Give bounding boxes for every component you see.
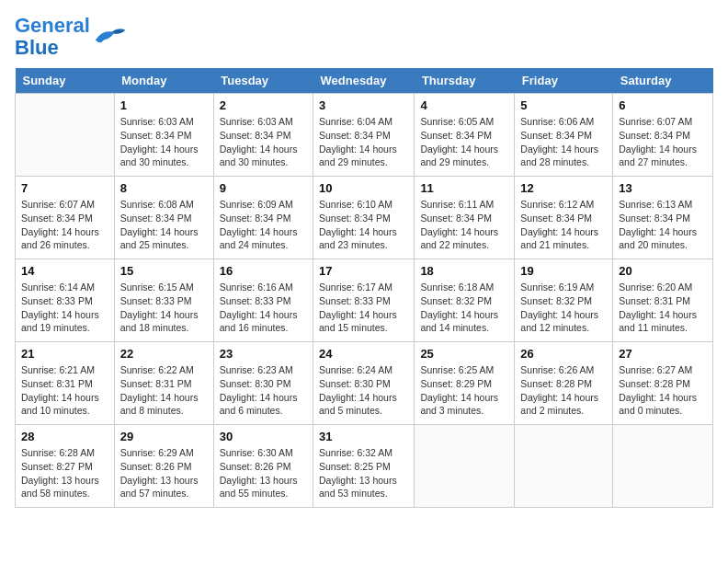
calendar-cell: 9Sunrise: 6:09 AMSunset: 8:34 PMDaylight…	[213, 177, 313, 259]
calendar-cell: 14Sunrise: 6:14 AMSunset: 8:33 PMDayligh…	[16, 259, 115, 342]
day-info: Sunrise: 6:18 AMSunset: 8:32 PMDaylight:…	[420, 281, 508, 335]
calendar-cell: 24Sunrise: 6:24 AMSunset: 8:30 PMDayligh…	[313, 342, 415, 425]
logo: GeneralBlue	[15, 15, 127, 59]
day-info: Sunrise: 6:10 AMSunset: 8:34 PMDaylight:…	[319, 198, 408, 252]
day-info: Sunrise: 6:22 AMSunset: 8:31 PMDaylight:…	[120, 363, 208, 418]
day-number: 31	[319, 430, 408, 443]
day-number: 9	[220, 181, 307, 195]
day-info: Sunrise: 6:19 AMSunset: 8:32 PMDaylight:…	[520, 281, 607, 335]
day-info: Sunrise: 6:17 AMSunset: 8:33 PMDaylight:…	[319, 281, 408, 335]
day-info: Sunrise: 6:21 AMSunset: 8:31 PMDaylight:…	[21, 363, 108, 418]
day-number: 6	[619, 98, 707, 112]
day-info: Sunrise: 6:26 AMSunset: 8:28 PMDaylight:…	[520, 363, 607, 418]
calendar-cell	[415, 425, 515, 508]
day-number: 20	[619, 264, 707, 278]
day-number: 16	[220, 264, 307, 278]
calendar-cell: 30Sunrise: 6:30 AMSunset: 8:26 PMDayligh…	[213, 425, 313, 508]
calendar-cell: 3Sunrise: 6:04 AMSunset: 8:34 PMDaylight…	[313, 94, 415, 177]
day-info: Sunrise: 6:12 AMSunset: 8:34 PMDaylight:…	[520, 198, 607, 252]
day-number: 30	[220, 430, 307, 443]
calendar-cell	[515, 425, 613, 508]
calendar-cell: 12Sunrise: 6:12 AMSunset: 8:34 PMDayligh…	[515, 177, 613, 259]
day-info: Sunrise: 6:06 AMSunset: 8:34 PMDaylight:…	[520, 115, 607, 169]
day-info: Sunrise: 6:23 AMSunset: 8:30 PMDaylight:…	[220, 363, 307, 418]
calendar-cell: 5Sunrise: 6:06 AMSunset: 8:34 PMDaylight…	[515, 94, 613, 177]
day-number: 11	[420, 181, 508, 195]
calendar-cell: 10Sunrise: 6:10 AMSunset: 8:34 PMDayligh…	[313, 177, 415, 259]
day-info: Sunrise: 6:20 AMSunset: 8:31 PMDaylight:…	[619, 281, 707, 335]
day-number: 18	[420, 264, 508, 278]
day-number: 4	[420, 98, 508, 112]
days-header-row: SundayMondayTuesdayWednesdayThursdayFrid…	[16, 68, 713, 94]
day-info: Sunrise: 6:27 AMSunset: 8:28 PMDaylight:…	[619, 363, 707, 418]
day-info: Sunrise: 6:03 AMSunset: 8:34 PMDaylight:…	[120, 115, 208, 169]
day-number: 8	[120, 181, 208, 195]
day-number: 2	[220, 98, 307, 112]
calendar-cell: 25Sunrise: 6:25 AMSunset: 8:29 PMDayligh…	[415, 342, 515, 425]
day-number: 13	[619, 181, 707, 195]
day-header-saturday: Saturday	[613, 68, 713, 94]
day-header-friday: Friday	[515, 68, 613, 94]
logo-bird-icon	[94, 23, 127, 51]
day-header-wednesday: Wednesday	[313, 68, 415, 94]
day-info: Sunrise: 6:15 AMSunset: 8:33 PMDaylight:…	[120, 281, 208, 335]
calendar-cell: 20Sunrise: 6:20 AMSunset: 8:31 PMDayligh…	[613, 259, 713, 342]
calendar-cell: 21Sunrise: 6:21 AMSunset: 8:31 PMDayligh…	[16, 342, 115, 425]
calendar-cell: 6Sunrise: 6:07 AMSunset: 8:34 PMDaylight…	[613, 94, 713, 177]
day-info: Sunrise: 6:05 AMSunset: 8:34 PMDaylight:…	[420, 115, 508, 169]
day-number: 19	[520, 264, 607, 278]
calendar-cell: 13Sunrise: 6:13 AMSunset: 8:34 PMDayligh…	[613, 177, 713, 259]
day-number: 17	[319, 264, 408, 278]
page-header: GeneralBlue	[15, 15, 713, 59]
calendar-cell: 1Sunrise: 6:03 AMSunset: 8:34 PMDaylight…	[114, 94, 213, 177]
calendar-cell: 28Sunrise: 6:28 AMSunset: 8:27 PMDayligh…	[16, 425, 115, 508]
day-info: Sunrise: 6:29 AMSunset: 8:26 PMDaylight:…	[120, 446, 208, 500]
day-info: Sunrise: 6:07 AMSunset: 8:34 PMDaylight:…	[619, 115, 707, 169]
day-number: 14	[21, 264, 108, 278]
day-info: Sunrise: 6:08 AMSunset: 8:34 PMDaylight:…	[120, 198, 208, 252]
calendar-cell: 7Sunrise: 6:07 AMSunset: 8:34 PMDaylight…	[16, 177, 115, 259]
day-number: 1	[120, 98, 208, 112]
day-number: 3	[319, 98, 408, 112]
day-number: 22	[120, 347, 208, 361]
day-number: 28	[21, 430, 108, 443]
day-info: Sunrise: 6:32 AMSunset: 8:25 PMDaylight:…	[319, 446, 408, 500]
calendar-cell: 8Sunrise: 6:08 AMSunset: 8:34 PMDaylight…	[114, 177, 213, 259]
day-number: 5	[520, 98, 607, 112]
calendar-cell: 11Sunrise: 6:11 AMSunset: 8:34 PMDayligh…	[415, 177, 515, 259]
day-info: Sunrise: 6:14 AMSunset: 8:33 PMDaylight:…	[21, 281, 108, 335]
day-header-tuesday: Tuesday	[213, 68, 313, 94]
day-info: Sunrise: 6:11 AMSunset: 8:34 PMDaylight:…	[420, 198, 508, 252]
day-info: Sunrise: 6:30 AMSunset: 8:26 PMDaylight:…	[220, 446, 307, 500]
day-info: Sunrise: 6:09 AMSunset: 8:34 PMDaylight:…	[220, 198, 307, 252]
day-number: 25	[420, 347, 508, 361]
day-header-monday: Monday	[114, 68, 213, 94]
day-info: Sunrise: 6:03 AMSunset: 8:34 PMDaylight:…	[220, 115, 307, 169]
week-row-1: 1Sunrise: 6:03 AMSunset: 8:34 PMDaylight…	[16, 94, 713, 177]
calendar-cell: 27Sunrise: 6:27 AMSunset: 8:28 PMDayligh…	[613, 342, 713, 425]
logo-text: GeneralBlue	[15, 15, 90, 59]
day-number: 23	[220, 347, 307, 361]
week-row-2: 7Sunrise: 6:07 AMSunset: 8:34 PMDaylight…	[16, 177, 713, 259]
day-info: Sunrise: 6:07 AMSunset: 8:34 PMDaylight:…	[21, 198, 108, 252]
calendar-cell: 4Sunrise: 6:05 AMSunset: 8:34 PMDaylight…	[415, 94, 515, 177]
week-row-4: 21Sunrise: 6:21 AMSunset: 8:31 PMDayligh…	[16, 342, 713, 425]
day-header-sunday: Sunday	[16, 68, 115, 94]
calendar-cell: 23Sunrise: 6:23 AMSunset: 8:30 PMDayligh…	[213, 342, 313, 425]
calendar-cell: 17Sunrise: 6:17 AMSunset: 8:33 PMDayligh…	[313, 259, 415, 342]
calendar-cell: 19Sunrise: 6:19 AMSunset: 8:32 PMDayligh…	[515, 259, 613, 342]
calendar-cell: 26Sunrise: 6:26 AMSunset: 8:28 PMDayligh…	[515, 342, 613, 425]
calendar-table: SundayMondayTuesdayWednesdayThursdayFrid…	[15, 68, 713, 508]
day-number: 12	[520, 181, 607, 195]
calendar-cell: 16Sunrise: 6:16 AMSunset: 8:33 PMDayligh…	[213, 259, 313, 342]
calendar-cell: 29Sunrise: 6:29 AMSunset: 8:26 PMDayligh…	[114, 425, 213, 508]
calendar-cell: 2Sunrise: 6:03 AMSunset: 8:34 PMDaylight…	[213, 94, 313, 177]
day-info: Sunrise: 6:28 AMSunset: 8:27 PMDaylight:…	[21, 446, 108, 500]
calendar-cell	[16, 94, 115, 177]
day-info: Sunrise: 6:25 AMSunset: 8:29 PMDaylight:…	[420, 363, 508, 418]
calendar-cell: 18Sunrise: 6:18 AMSunset: 8:32 PMDayligh…	[415, 259, 515, 342]
week-row-5: 28Sunrise: 6:28 AMSunset: 8:27 PMDayligh…	[16, 425, 713, 508]
day-number: 24	[319, 347, 408, 361]
calendar-cell: 15Sunrise: 6:15 AMSunset: 8:33 PMDayligh…	[114, 259, 213, 342]
day-number: 29	[120, 430, 208, 443]
